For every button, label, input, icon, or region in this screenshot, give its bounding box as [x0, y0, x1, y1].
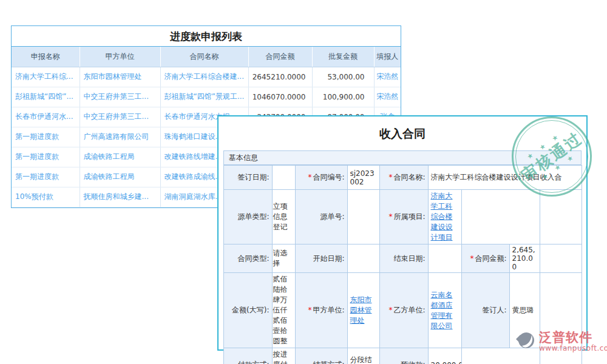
cell-approved-amount: 100,900.00 — [312, 87, 374, 107]
contract-amount-field[interactable]: 2,645,210.00 — [509, 244, 540, 273]
party-a-link[interactable]: 东阳市园林管理处 — [350, 295, 372, 325]
sign-date-field[interactable] — [272, 166, 295, 190]
cell-party-a[interactable]: 中交王府井第三工... — [80, 87, 160, 107]
header-cell-declaration-name: 申报名称 — [12, 47, 80, 67]
cell-party-a[interactable]: 广州高速路有限公司 — [80, 127, 160, 147]
cell-contract-name[interactable]: 彭祖新城“四馆”景观工... — [160, 87, 248, 107]
amount-words-field[interactable]: 贰佰陆拾肆万伍仟贰佰壹拾圆整 — [272, 273, 295, 348]
contract-no-field[interactable]: sj2023002 — [347, 166, 379, 190]
advance-label: 预收款: — [379, 348, 428, 364]
cell-party-a[interactable]: 中交王府井第三工... — [80, 107, 160, 127]
empty-cell — [461, 190, 540, 244]
cell-party-a[interactable]: 成渝铁路工程局 — [80, 167, 160, 187]
cell-declaration-name[interactable]: 10%预付款 — [12, 187, 80, 207]
audit-approved-stamp: ★ ★ ★ 审核通过 ★ ★ ★ — [512, 116, 592, 197]
cell-declaration-name[interactable]: 济南大学工科综... — [12, 67, 80, 87]
cell-declaration-name[interactable]: 第一期进度款 — [12, 147, 80, 167]
header-cell-approved-amount: 批复金额 — [312, 47, 374, 67]
stamp-content: ★ ★ ★ 审核通过 ★ ★ ★ — [514, 123, 590, 190]
source-type-label: 源单类型: — [223, 190, 272, 244]
pay-method-field[interactable]: 按进度付款 — [272, 348, 295, 364]
required-asterisk: * — [308, 173, 311, 181]
cell-reporter: 宋浩然 — [374, 87, 401, 107]
contract-type-label: 合同类型: — [223, 244, 272, 273]
project-field: 济南大学工科综合楼建设设计项目 — [428, 190, 461, 244]
logo-text-block: 泛普软件 www.fanpusoft.com — [539, 330, 607, 352]
contract-no-label: *合同编号: — [295, 166, 347, 190]
cell-contract-amount: 1046070.0000 — [248, 87, 312, 107]
cell-declaration-name[interactable]: 第一期进度款 — [12, 167, 80, 187]
required-asterisk: * — [388, 306, 392, 314]
start-date-field[interactable] — [347, 244, 379, 273]
header-cell-reporter: 填报人 — [374, 47, 401, 67]
end-date-field[interactable] — [428, 244, 461, 273]
advance-field[interactable]: 20,000.00 — [428, 348, 461, 364]
party-b-label: *乙方单位: — [379, 273, 428, 348]
party-b-field: 云南名都酒店管理有限公司 — [428, 273, 461, 348]
signer-label: 签订人: — [461, 273, 509, 348]
cell-party-a[interactable]: 东阳市园林管理处 — [80, 67, 160, 87]
cell-declaration-name[interactable]: 第一期进度款 — [12, 127, 80, 147]
source-no-label: 源单号: — [295, 190, 347, 244]
sign-date-label: 签订日期: — [223, 166, 272, 190]
start-date-label: 开始日期: — [295, 244, 347, 273]
party-a-field: 东阳市园林管理处 — [347, 273, 379, 348]
source-no-field[interactable] — [347, 190, 379, 244]
contract-type-select[interactable]: 请选择 — [272, 244, 295, 273]
contract-amount-label: *合同金额: — [461, 244, 509, 273]
amount-words-label: 金额(大写): — [223, 273, 272, 348]
required-asterisk: * — [308, 306, 311, 314]
required-asterisk: * — [388, 173, 392, 181]
required-asterisk: * — [470, 254, 473, 263]
list-panel-title: 进度款申报列表 — [12, 26, 401, 47]
header-cell-party-a: 甲方单位 — [80, 47, 160, 67]
end-date-label: 结束日期: — [379, 244, 428, 273]
party-b-link[interactable]: 云南名都酒店管理有限公司 — [431, 291, 453, 330]
fanpu-logo-icon — [516, 330, 537, 351]
empty-cell — [540, 190, 582, 244]
cell-party-a[interactable]: 抚顺住房和城乡建... — [80, 187, 160, 207]
source-type-field[interactable]: 立项信息登记 — [272, 190, 295, 244]
contract-name-label: *合同名称: — [379, 166, 428, 190]
party-a-label: *甲方单位: — [295, 273, 347, 348]
project-link[interactable]: 济南大学工科综合楼建设设计项目 — [431, 192, 453, 241]
settle-method-field[interactable]: 分段结算 — [347, 348, 379, 364]
header-cell-contract-amount: 合同金额 — [248, 47, 312, 67]
cell-declaration-name[interactable]: 彭祖新城“四馆”... — [12, 87, 80, 107]
logo-website[interactable]: www.fanpusoft.com — [539, 345, 607, 352]
fanpu-logo: 泛普软件 www.fanpusoft.com — [516, 330, 607, 352]
project-label: *所属项目: — [379, 190, 428, 244]
table-row: 济南大学工科综... 东阳市园林管理处 济南大学工科综合楼建... 264521… — [12, 67, 401, 87]
table-header-row: 申报名称 甲方单位 合同名称 合同金额 批复金额 填报人 — [12, 47, 401, 67]
empty-cell — [540, 244, 582, 273]
cell-contract-amount: 2645210.0000 — [248, 67, 312, 87]
header-cell-contract-name: 合同名称 — [160, 47, 248, 67]
cell-declaration-name[interactable]: 长春市伊通河水... — [12, 107, 80, 127]
cell-approved-amount: 53,000.00 — [312, 67, 374, 87]
table-row: 彭祖新城“四馆”... 中交王府井第三工... 彭祖新城“四馆”景观工... 1… — [12, 87, 401, 107]
cell-party-a[interactable]: 成渝铁路工程局 — [80, 147, 160, 167]
settle-method-label: 结算方式: — [295, 348, 347, 364]
cell-contract-name[interactable]: 济南大学工科综合楼建... — [160, 67, 248, 87]
cell-reporter: 宋浩然 — [374, 67, 401, 87]
logo-brand-name: 泛普软件 — [539, 330, 607, 345]
pay-method-label: 付款方式: — [223, 348, 272, 364]
required-asterisk: * — [388, 212, 392, 221]
